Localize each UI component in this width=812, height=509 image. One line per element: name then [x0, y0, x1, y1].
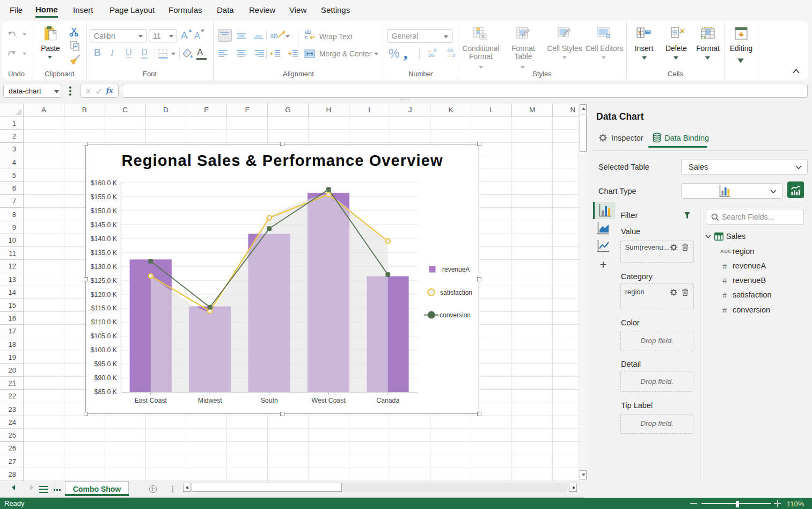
svg-text:revenueA: revenueA — [442, 266, 470, 273]
svg-text:Regional Sales & Performance O: Regional Sales & Performance Overview — [121, 152, 443, 169]
svg-text:$85.0 K: $85.0 K — [94, 388, 118, 396]
svg-text:$110.0 K: $110.0 K — [91, 318, 118, 326]
svg-text:$115.0 K: $115.0 K — [91, 304, 118, 312]
svg-text:conversion: conversion — [440, 311, 471, 319]
svg-text:$155.0 K: $155.0 K — [91, 193, 118, 201]
svg-text:$100.0 K: $100.0 K — [91, 346, 118, 354]
svg-text:$150.0 K: $150.0 K — [91, 207, 118, 215]
svg-text:South: South — [261, 397, 278, 404]
svg-text:$145.0 K: $145.0 K — [91, 221, 118, 229]
svg-text:$140.0 K: $140.0 K — [91, 235, 118, 243]
svg-text:$105.0 K: $105.0 K — [91, 332, 118, 340]
svg-text:East Coast: East Coast — [135, 397, 167, 404]
svg-text:$160.0 K: $160.0 K — [91, 179, 118, 187]
svg-text:$125.0 K: $125.0 K — [91, 277, 118, 285]
svg-text:$135.0 K: $135.0 K — [91, 249, 118, 257]
svg-text:Canada: Canada — [376, 397, 399, 404]
svg-text:$120.0 K: $120.0 K — [91, 291, 118, 299]
svg-text:$90.0 K: $90.0 K — [94, 374, 118, 382]
svg-text:Midwest: Midwest — [198, 397, 223, 404]
svg-text:West Coast: West Coast — [312, 397, 346, 404]
svg-text:satisfaction: satisfaction — [440, 289, 472, 296]
svg-text:$130.0 K: $130.0 K — [91, 263, 118, 271]
svg-text:$95.0 K: $95.0 K — [94, 360, 118, 368]
